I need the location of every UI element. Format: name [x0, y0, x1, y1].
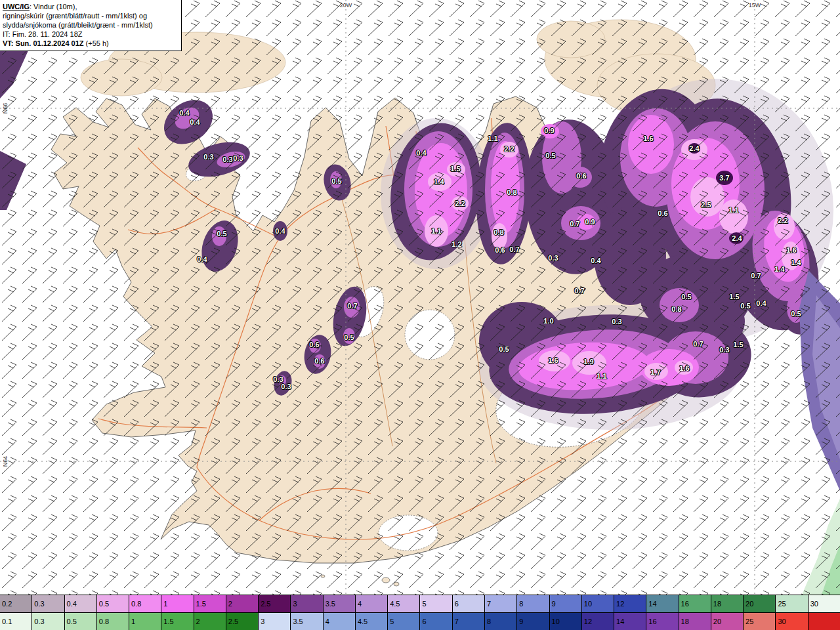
scale-tick-label: 3 — [261, 618, 264, 625]
scale-cell: 6 — [419, 613, 452, 630]
scale-tick-label: 4.5 — [390, 600, 400, 608]
scale-cell: 18 — [711, 595, 743, 612]
scale-cell: 1 — [161, 595, 193, 612]
title-line-1: UWC/IG: Vindur (10m), — [3, 2, 177, 11]
scale-cell: 7 — [452, 613, 484, 630]
scale-tick-label: 1.5 — [163, 618, 173, 625]
scale-tick-label: 16 — [681, 600, 689, 608]
scale-cell: 1.5 — [194, 595, 226, 612]
scale-tick-label: 4 — [358, 600, 362, 608]
scale-tick-label: 2 — [228, 600, 232, 608]
scale-tick-label: 0.5 — [67, 618, 77, 625]
scale-tick-label: 0.8 — [131, 600, 141, 608]
scale-tick-label: 9 — [552, 600, 556, 608]
scale-tick-label: 8 — [519, 600, 523, 608]
scale-cell: 4 — [323, 613, 355, 630]
scale-cell: 18 — [679, 613, 711, 630]
scale-tick-label: 7 — [487, 600, 491, 608]
scale-cell: 20 — [743, 595, 775, 612]
valid-time: VT: Sun. 01.12.2024 01Z (+55 h) — [3, 39, 177, 48]
scale-tick-label: 1.5 — [196, 600, 206, 608]
scale-tick-label: 25 — [746, 618, 753, 625]
scale-cell: 4 — [355, 595, 387, 612]
scale-cell: 16 — [679, 595, 711, 612]
scale-cell: 1 — [129, 613, 161, 630]
scale-cell: 9 — [516, 613, 549, 630]
scale-cell: 0.2 — [0, 595, 32, 612]
scale-tick-label: 3.5 — [293, 618, 303, 625]
scale-tick-label: 12 — [616, 600, 624, 608]
scale-tick-label: 0.8 — [99, 618, 109, 625]
scale-cell: 0.5 — [96, 595, 129, 612]
scale-cell: 0.4 — [64, 595, 96, 612]
scale-tick-label: 30 — [778, 618, 786, 625]
init-time: IT: Fim. 28. 11. 2024 18Z — [3, 30, 177, 39]
scale-cell — [808, 613, 840, 630]
scale-cell: 3.5 — [290, 613, 322, 630]
scale-tick-label: 2.5 — [261, 600, 270, 608]
scale-cell: 30 — [808, 595, 840, 612]
scale-tick-label: 1 — [131, 618, 135, 625]
scale-tick-label: 4.5 — [358, 618, 368, 625]
wind-barb-pattern — [0, 0, 840, 595]
scale-cell: 2 — [226, 595, 258, 612]
scale-cell: 14 — [614, 613, 646, 630]
scale-cell: 0.3 — [32, 613, 64, 630]
scale-cell: 16 — [646, 613, 678, 630]
scale-tick-label: 30 — [810, 600, 818, 608]
scale-tick-label: 2 — [196, 618, 200, 625]
scale-tick-label: 10 — [552, 618, 560, 625]
scale-cell: 10 — [581, 595, 614, 612]
scale-cell: 5 — [387, 613, 419, 630]
scale-tick-label: 9 — [519, 618, 523, 625]
scale-tick-label: 3.5 — [326, 600, 335, 608]
scale-cell: 0.8 — [129, 595, 161, 612]
scale-tick-label: 0.2 — [2, 600, 12, 608]
scale-tick-label: 6 — [422, 618, 426, 625]
scalebar-rain: 0.10.30.50.811.522.533.544.5567891012141… — [0, 612, 840, 630]
scale-tick-label: 20 — [713, 618, 721, 625]
scale-cell: 5 — [419, 595, 452, 612]
scale-tick-label: 10 — [584, 600, 592, 608]
scale-cell: 3.5 — [323, 595, 355, 612]
scale-cell: 12 — [614, 595, 646, 612]
scale-tick-label: 2.5 — [228, 618, 238, 625]
scale-tick-label: 8 — [487, 618, 491, 625]
scale-cell: 0.3 — [32, 595, 64, 612]
scale-tick-label: 14 — [648, 600, 656, 608]
scale-cell: 12 — [581, 613, 614, 630]
scale-cell: 3 — [258, 613, 290, 630]
scale-cell: 0.1 — [0, 613, 32, 630]
scale-cell: 0.8 — [96, 613, 129, 630]
scale-tick-label: 6 — [455, 600, 459, 608]
scale-tick-label: 0.5 — [99, 600, 109, 608]
scale-tick-label: 0.3 — [34, 600, 44, 608]
scale-tick-label: 18 — [681, 618, 689, 625]
scale-cell: 6 — [452, 595, 484, 612]
scalebar-sleet-snow: 0.20.30.40.50.811.522.533.544.5567891012… — [0, 595, 840, 612]
scale-tick-label: 0.4 — [67, 600, 77, 608]
scale-cell: 25 — [743, 613, 775, 630]
scale-cell: 8 — [484, 613, 516, 630]
title-line-2: rigning/skúrir (grænt/blátt/rautt - mm/1… — [3, 11, 177, 20]
scale-cell: 4.5 — [355, 613, 387, 630]
scale-cell: 25 — [775, 595, 807, 612]
legend-scalebars: 0.20.30.40.50.811.522.533.544.5567891012… — [0, 595, 840, 630]
scale-tick-label: 25 — [778, 600, 786, 608]
scale-cell: 2.5 — [226, 613, 258, 630]
scale-cell: 2 — [194, 613, 226, 630]
scale-tick-label: 16 — [648, 618, 656, 625]
title-line-3: slydda/snjókoma (grátt/bleikt/grænt - mm… — [3, 20, 177, 30]
scale-tick-label: 0.3 — [34, 618, 44, 625]
scale-cell: 2.5 — [258, 595, 290, 612]
map-area: 0.40.40.30.30.30.50.40.50.40.41.51.42.21… — [0, 0, 840, 595]
scale-tick-label: 5 — [390, 618, 394, 625]
scale-tick-label: 4 — [326, 618, 329, 625]
scale-cell: 10 — [549, 613, 581, 630]
scale-cell: 8 — [516, 595, 549, 612]
scale-tick-label: 7 — [455, 618, 459, 625]
scale-tick-label: 0.1 — [2, 618, 12, 625]
scale-tick-label: 18 — [713, 600, 721, 608]
scale-cell: 4.5 — [387, 595, 419, 612]
scale-cell: 30 — [775, 613, 807, 630]
